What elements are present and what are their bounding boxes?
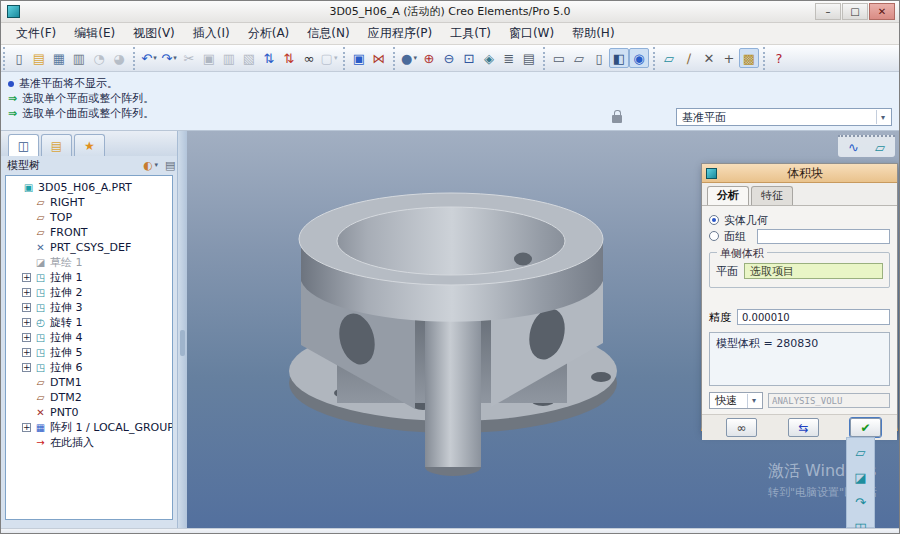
dialog-tab-feature[interactable]: 特征 — [751, 186, 793, 205]
tree-item-insert-here[interactable]: →在此插入 — [6, 435, 172, 450]
no-hidden-icon[interactable]: ▯ — [589, 48, 609, 68]
menu-info[interactable]: 信息(N) — [298, 22, 358, 45]
wireframe-icon[interactable]: ▭ — [549, 48, 569, 68]
radio-solid-geometry[interactable]: 实体几何 — [709, 212, 890, 228]
tree-item-extrude-4[interactable]: +◳拉伸 4 — [6, 330, 172, 345]
ok-button[interactable]: ✔ — [850, 418, 881, 437]
expand-icon[interactable]: + — [22, 348, 31, 357]
expand-icon[interactable]: + — [22, 333, 31, 342]
refit-icon[interactable]: ⊡ — [459, 48, 479, 68]
erase-display-icon[interactable]: ◔ — [89, 48, 109, 68]
menu-file[interactable]: 文件(F) — [7, 22, 65, 45]
right-tool-extrude-icon[interactable]: ◳ — [854, 521, 866, 528]
preview-button[interactable]: ∞ — [726, 418, 757, 437]
find-icon[interactable]: ∞ — [299, 48, 319, 68]
datum-mini-icon[interactable]: ▱ — [875, 141, 885, 154]
new-file-icon[interactable]: ▯ — [9, 48, 29, 68]
menu-view[interactable]: 视图(V) — [124, 22, 184, 45]
tree-item-extrude-2[interactable]: +◳拉伸 2 — [6, 285, 172, 300]
tree-item-top-plane[interactable]: ▱TOP — [6, 210, 172, 225]
datum-points-toggle-icon[interactable]: ✕ — [699, 48, 719, 68]
close-button[interactable]: ✕ — [869, 3, 895, 20]
menu-analysis[interactable]: 分析(A) — [239, 22, 299, 45]
navigator-sash[interactable] — [177, 131, 187, 528]
expand-icon[interactable]: + — [22, 363, 31, 372]
precision-input[interactable] — [737, 309, 890, 325]
tab-model-tree[interactable]: ◫ — [8, 134, 39, 156]
expand-icon[interactable]: + — [22, 303, 31, 312]
menu-insert[interactable]: 插入(I) — [184, 22, 239, 45]
menu-window[interactable]: 窗口(W) — [500, 22, 563, 45]
tree-item-front-plane[interactable]: ▱FRONT — [6, 225, 172, 240]
undo-icon[interactable]: ↶▾ — [139, 48, 159, 68]
datum-csys-toggle-icon[interactable]: + — [719, 48, 739, 68]
tree-item-extrude-3[interactable]: +◳拉伸 3 — [6, 300, 172, 315]
menu-edit[interactable]: 编辑(E) — [65, 22, 124, 45]
tree-item-pattern-1[interactable]: +▦阵列 1 / LOCAL_GROUP — [6, 420, 172, 435]
display-settings-icon[interactable]: ▣ — [349, 48, 369, 68]
save-icon[interactable]: ▦ — [49, 48, 69, 68]
compute-mode-combo[interactable]: 快速 ▾ — [709, 392, 763, 409]
menu-help[interactable]: 帮助(H) — [563, 22, 623, 45]
expand-icon[interactable]: + — [22, 273, 31, 282]
regenerate-icon[interactable]: ⇅ — [259, 48, 279, 68]
right-tool-sketch-icon[interactable]: ◪ — [854, 471, 866, 484]
shaded-mode-icon[interactable]: ◧ — [609, 48, 629, 68]
tree-item-sketch-1[interactable]: ◪草绘 1 — [6, 255, 172, 270]
tree-show-icon[interactable]: ◐▾ — [143, 159, 158, 172]
hidden-line-icon[interactable]: ▱ — [569, 48, 589, 68]
cut-icon[interactable]: ✂ — [179, 48, 199, 68]
datum-planes-toggle-icon[interactable]: ▱ — [659, 48, 679, 68]
selection-filter-combo[interactable]: 基准平面 ▾ — [676, 108, 892, 126]
annotations-toggle-icon[interactable]: ▩ — [739, 48, 759, 68]
tree-item-part-root[interactable]: ▣3D05_H06_A.PRT — [6, 180, 172, 195]
copy-icon[interactable]: ▣ — [199, 48, 219, 68]
radio-quilt[interactable]: 面组 — [709, 228, 890, 244]
expand-icon[interactable]: + — [22, 423, 31, 432]
zoom-out-icon[interactable]: ⊖ — [439, 48, 459, 68]
analysis-name-input[interactable] — [768, 393, 890, 408]
lock-icon[interactable] — [612, 115, 622, 123]
view-manager-icon[interactable]: ▤ — [519, 48, 539, 68]
regenerate-manager-icon[interactable]: ⇅ — [279, 48, 299, 68]
analysis-graph-icon[interactable]: ∿ — [848, 141, 859, 154]
tab-folder-browser[interactable]: ▤ — [41, 134, 72, 156]
maximize-button[interactable]: □ — [842, 3, 868, 20]
tree-item-extrude-1[interactable]: +◳拉伸 1 — [6, 270, 172, 285]
graphics-area[interactable]: ∿▱ 体积块 分析 特征 实体几何 — [187, 131, 899, 528]
expand-icon[interactable]: + — [22, 318, 31, 327]
select-box-icon[interactable]: ▢▾ — [319, 48, 339, 68]
tree-item-revolve-1[interactable]: +◴旋转 1 — [6, 315, 172, 330]
redo-icon[interactable]: ↷▾ — [159, 48, 179, 68]
delete-old-versions-icon[interactable]: ◕ — [109, 48, 129, 68]
print-icon[interactable]: ▥ — [69, 48, 89, 68]
help-icon[interactable]: ? — [769, 48, 789, 68]
menu-applications[interactable]: 应用程序(P) — [359, 22, 442, 45]
minimize-button[interactable]: – — [815, 3, 841, 20]
tab-favorites[interactable]: ★ — [74, 134, 105, 156]
plane-collector-field[interactable]: 选取项目 — [744, 263, 883, 279]
datum-axes-toggle-icon[interactable]: ∕ — [679, 48, 699, 68]
shaded-sphere-icon[interactable]: ●▾ — [399, 48, 419, 68]
expand-icon[interactable]: + — [22, 288, 31, 297]
tree-item-pnt0[interactable]: ✕PNT0 — [6, 405, 172, 420]
tree-item-dtm2[interactable]: ▱DTM2 — [6, 390, 172, 405]
connections-icon[interactable]: ⋈ — [369, 48, 389, 68]
dialog-tab-analysis[interactable]: 分析 — [707, 186, 749, 205]
tree-item-csys[interactable]: ✕PRT_CSYS_DEF — [6, 240, 172, 255]
tree-item-extrude-6[interactable]: +◳拉伸 6 — [6, 360, 172, 375]
reorient-icon[interactable]: ◈ — [479, 48, 499, 68]
right-tool-plane-icon[interactable]: ▱ — [856, 446, 866, 459]
paste-special-icon[interactable]: ▧ — [239, 48, 259, 68]
enhanced-realism-icon[interactable]: ◉ — [629, 48, 649, 68]
open-file-icon[interactable]: ▤ — [29, 48, 49, 68]
tree-item-extrude-5[interactable]: +◳拉伸 5 — [6, 345, 172, 360]
layers-icon[interactable]: ≣ — [499, 48, 519, 68]
right-tool-arrow-icon[interactable]: ↷ — [855, 496, 866, 509]
menu-tools[interactable]: 工具(T) — [441, 22, 500, 45]
repeat-button[interactable]: ⇆ — [788, 418, 819, 437]
dialog-title-bar[interactable]: 体积块 — [702, 164, 897, 183]
zoom-in-icon[interactable]: ⊕ — [419, 48, 439, 68]
quilt-collector-field[interactable] — [757, 229, 890, 244]
tree-item-dtm1[interactable]: ▱DTM1 — [6, 375, 172, 390]
